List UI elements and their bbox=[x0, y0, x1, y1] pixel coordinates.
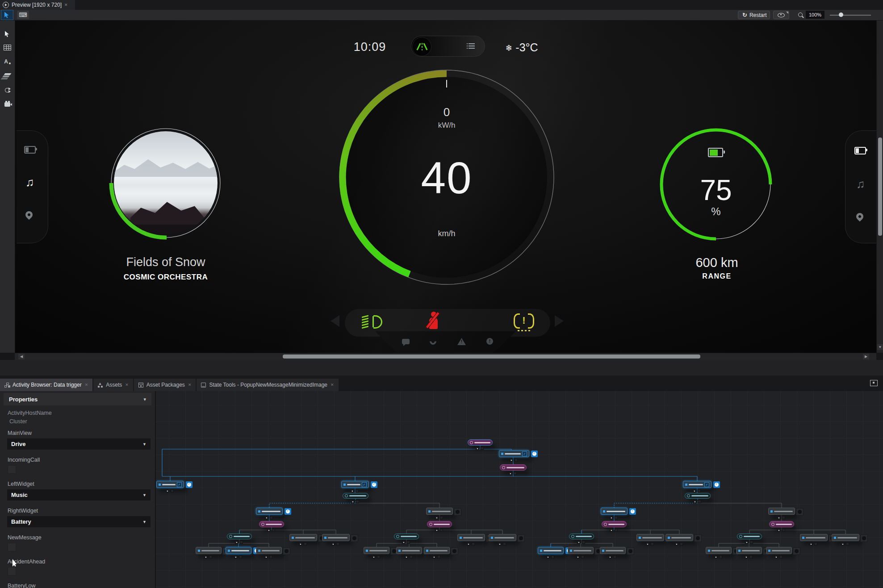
graph-node[interactable] bbox=[426, 508, 453, 515]
node-connector[interactable] bbox=[481, 447, 484, 450]
layers-tool-button[interactable] bbox=[0, 70, 15, 82]
node-connector[interactable] bbox=[750, 541, 753, 544]
graph-node[interactable] bbox=[685, 493, 711, 499]
node-connector[interactable] bbox=[582, 541, 585, 544]
zoom-slider-thumb[interactable] bbox=[839, 13, 843, 17]
warning-triangle-icon[interactable] bbox=[457, 338, 466, 345]
MainView-dropdown[interactable]: Drive▼ bbox=[7, 438, 151, 450]
scroll-left-arrow[interactable]: ◀ bbox=[18, 354, 25, 359]
node-connector[interactable] bbox=[498, 542, 501, 546]
close-icon[interactable]: ✕ bbox=[188, 383, 192, 387]
graph-node[interactable] bbox=[706, 547, 732, 554]
node-connector[interactable] bbox=[675, 542, 678, 546]
node-connector[interactable] bbox=[745, 555, 748, 559]
prev-arrow-icon[interactable] bbox=[331, 315, 339, 327]
node-connector[interactable] bbox=[437, 555, 440, 559]
graph-node[interactable] bbox=[256, 508, 283, 515]
node-enabled-badge[interactable] bbox=[531, 450, 538, 457]
node-connector[interactable] bbox=[272, 529, 275, 532]
node-connector[interactable] bbox=[777, 516, 780, 519]
horizontal-scrollbar-thumb[interactable] bbox=[283, 354, 700, 359]
node-connector[interactable] bbox=[377, 555, 380, 559]
node-connector[interactable] bbox=[610, 529, 613, 532]
node-connector[interactable] bbox=[435, 516, 438, 519]
zoom-level-field[interactable]: 100% bbox=[806, 11, 824, 19]
graph-node[interactable] bbox=[766, 547, 792, 554]
drive-mode-toggle[interactable] bbox=[411, 36, 485, 57]
node-connector[interactable] bbox=[356, 500, 359, 503]
graph-node[interactable] bbox=[500, 464, 527, 471]
fit-view-icon[interactable] bbox=[870, 380, 878, 386]
node-connector[interactable] bbox=[265, 516, 268, 519]
node-connector[interactable] bbox=[509, 472, 512, 475]
RightWidget-dropdown[interactable]: Battery▼ bbox=[7, 516, 151, 527]
node-connector[interactable] bbox=[209, 555, 212, 559]
node-connector[interactable] bbox=[646, 542, 649, 546]
node-connector[interactable] bbox=[510, 459, 513, 462]
graph-node[interactable] bbox=[343, 493, 368, 499]
node-connector[interactable] bbox=[745, 541, 748, 544]
node-connector[interactable] bbox=[372, 555, 375, 559]
node-disabled-badge[interactable] bbox=[860, 534, 868, 542]
graph-node[interactable] bbox=[259, 521, 284, 527]
node-connector[interactable] bbox=[299, 542, 302, 546]
alert-circle-icon[interactable] bbox=[486, 338, 493, 345]
node-disabled-badge[interactable] bbox=[454, 508, 461, 516]
graph-node[interactable] bbox=[364, 547, 389, 554]
graph-node[interactable]: ✓ bbox=[683, 481, 711, 488]
battery-widget-icon[interactable] bbox=[24, 146, 36, 154]
panel-tab[interactable]: Asset Packages✕ bbox=[134, 379, 196, 391]
graph-node[interactable] bbox=[394, 534, 419, 539]
scroll-right-arrow[interactable]: ▶ bbox=[863, 354, 869, 359]
graph-node[interactable] bbox=[256, 547, 282, 554]
node-connector[interactable] bbox=[698, 489, 701, 492]
graph-node[interactable] bbox=[322, 534, 350, 541]
node-disabled-badge[interactable] bbox=[451, 547, 458, 555]
node-connector[interactable] bbox=[714, 555, 717, 559]
node-connector[interactable] bbox=[171, 489, 174, 492]
graph-node[interactable]: ✓ bbox=[341, 481, 369, 488]
node-connector[interactable] bbox=[407, 541, 410, 544]
node-connector[interactable] bbox=[472, 542, 475, 546]
node-connector[interactable] bbox=[782, 529, 785, 532]
node-connector[interactable] bbox=[336, 542, 339, 546]
node-disabled-badge[interactable] bbox=[796, 508, 803, 516]
node-connector[interactable] bbox=[356, 489, 359, 492]
battery-widget-icon[interactable] bbox=[854, 147, 866, 154]
node-connector[interactable] bbox=[503, 542, 506, 546]
horizontal-scrollbar[interactable]: ◀ ▶ bbox=[15, 353, 876, 360]
graph-node[interactable] bbox=[457, 534, 485, 541]
node-connector[interactable] bbox=[331, 542, 335, 546]
node-connector[interactable] bbox=[351, 489, 354, 492]
graph-node[interactable] bbox=[538, 547, 564, 554]
graph-node[interactable] bbox=[832, 534, 859, 541]
list-view-icon[interactable] bbox=[467, 43, 475, 50]
graph-node[interactable] bbox=[427, 521, 452, 527]
zoom-slider-track[interactable] bbox=[830, 15, 871, 16]
node-connector[interactable] bbox=[514, 472, 517, 475]
node-connector[interactable] bbox=[264, 555, 268, 559]
node-connector[interactable] bbox=[841, 542, 844, 546]
LeftWidget-dropdown[interactable]: Music▼ bbox=[7, 489, 151, 500]
graph-node[interactable] bbox=[569, 534, 594, 539]
graph-node[interactable] bbox=[424, 547, 450, 554]
node-connector[interactable] bbox=[613, 555, 616, 559]
node-enabled-badge[interactable] bbox=[713, 481, 720, 488]
node-connector[interactable] bbox=[235, 541, 238, 544]
camera-tool-button[interactable] bbox=[0, 99, 15, 110]
close-icon[interactable]: ✕ bbox=[331, 383, 334, 387]
graph-node[interactable] bbox=[489, 534, 516, 541]
node-connector[interactable] bbox=[304, 542, 307, 546]
node-connector[interactable] bbox=[782, 516, 785, 519]
graph-node[interactable] bbox=[665, 534, 693, 541]
node-connector[interactable] bbox=[267, 529, 270, 532]
node-connector[interactable] bbox=[698, 500, 701, 503]
close-icon[interactable]: ✕ bbox=[85, 383, 88, 387]
graph-node[interactable] bbox=[396, 547, 422, 554]
node-connector[interactable] bbox=[779, 555, 783, 559]
keyboard-tool-button[interactable]: ⌨ bbox=[17, 11, 29, 19]
node-disabled-badge[interactable] bbox=[517, 534, 525, 542]
restart-button[interactable]: ↻ Restart bbox=[738, 11, 770, 19]
node-connector[interactable] bbox=[234, 555, 237, 559]
visibility-button[interactable] bbox=[773, 11, 789, 19]
